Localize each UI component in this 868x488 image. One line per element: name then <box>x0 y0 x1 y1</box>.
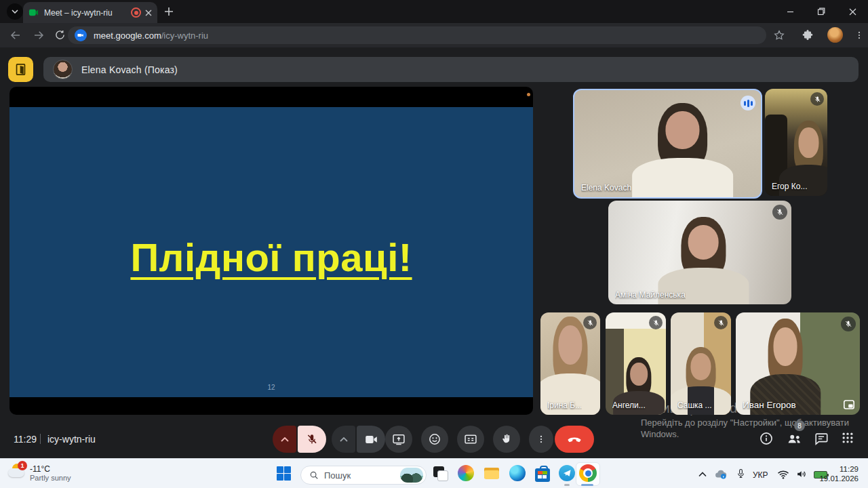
participants-icon[interactable] <box>786 431 802 446</box>
mic-off-icon <box>649 316 663 329</box>
participant-name: Аміна Майленська <box>615 290 686 300</box>
tab-title: Meet – icy-wytn-riu <box>44 8 127 18</box>
tray-date: 19.01.2026 <box>819 474 859 483</box>
volume-icon[interactable] <box>796 469 808 479</box>
door-icon <box>15 63 26 76</box>
video-tile-irina[interactable]: Ірина Б... <box>540 312 600 415</box>
chat-icon[interactable] <box>814 431 829 446</box>
tray-mic-icon[interactable] <box>736 468 745 479</box>
back-icon[interactable] <box>9 29 22 41</box>
tray-clock[interactable]: 11:29 19.01.2026 <box>819 464 859 483</box>
weather-temp: -11°C <box>30 464 50 474</box>
forward-icon[interactable] <box>33 29 45 41</box>
speaking-indicator-icon <box>741 96 755 110</box>
search-highlight-thumbnail <box>400 468 423 483</box>
end-call-button[interactable] <box>555 426 594 453</box>
telegram-button[interactable] <box>557 464 576 483</box>
shared-screen-panel[interactable]: Плідної праці! 12 <box>9 87 533 415</box>
mic-options-chevron[interactable] <box>273 426 296 453</box>
record-dot-icon <box>527 93 530 96</box>
taskbar-weather-widget[interactable]: 1 -11°C Partly sunny <box>7 461 142 487</box>
mic-off-icon <box>714 316 728 329</box>
meeting-code: icy-wytn-riu <box>47 434 96 445</box>
windows-activation-hint: Перейдіть до розділу "Настройки", щоб ак… <box>641 418 849 428</box>
address-bar[interactable]: meet.google.com/icy-wytn-riu <box>68 26 766 44</box>
slide: Плідної праці! 12 <box>9 107 533 397</box>
end-call-icon <box>566 431 583 447</box>
url-path: /icy-wytn-riu <box>161 30 208 41</box>
edge-button[interactable] <box>508 464 527 483</box>
reload-icon[interactable] <box>54 29 66 41</box>
more-options-button[interactable] <box>529 426 553 453</box>
browser-profile-avatar[interactable] <box>827 27 843 43</box>
mic-off-icon <box>772 205 787 220</box>
footer-divider <box>40 434 41 444</box>
taskbar-search[interactable]: Пошук <box>300 466 427 485</box>
task-view-button[interactable] <box>431 464 450 483</box>
onedrive-cloud-icon[interactable] <box>714 469 728 479</box>
tab-close-icon[interactable] <box>145 9 152 16</box>
mic-mute-button[interactable] <box>298 426 326 453</box>
start-button[interactable] <box>277 466 291 481</box>
wifi-icon[interactable] <box>777 470 789 479</box>
window-restore-button[interactable] <box>806 0 837 23</box>
browser-menu-icon[interactable] <box>854 29 864 41</box>
url-host: meet.google.com <box>94 30 161 41</box>
camera-icon <box>365 434 378 445</box>
participant-name: Иван Егоров <box>743 400 796 410</box>
windows-activation-hint2: Windows. <box>641 429 679 439</box>
browser-tab-strip: Meet – icy-wytn-riu <box>0 0 868 23</box>
video-tile-amina[interactable]: Аміна Майленська <box>608 201 791 304</box>
activities-grid-icon[interactable] <box>841 431 854 445</box>
microsoft-store-button[interactable] <box>533 466 552 485</box>
camera-options-chevron[interactable] <box>332 426 355 453</box>
notification-badge: 1 <box>18 461 27 470</box>
search-icon <box>309 470 319 480</box>
copilot-icon <box>458 465 474 481</box>
new-tab-button[interactable] <box>163 5 175 18</box>
mic-off-icon <box>583 316 597 329</box>
video-tile-sashka[interactable]: Сашка ... <box>671 312 731 415</box>
more-vertical-icon <box>536 434 546 445</box>
window-close-button[interactable] <box>837 0 868 23</box>
captions-icon <box>464 432 477 446</box>
present-screen-button[interactable] <box>385 426 412 453</box>
meeting-clock: 11:29 <box>14 434 37 445</box>
mic-off-icon <box>841 317 856 331</box>
video-tile-elena[interactable]: Elena Kovach <box>573 89 762 199</box>
reactions-button[interactable] <box>421 426 448 453</box>
door-extension-button[interactable] <box>8 57 33 82</box>
slide-page-number: 12 <box>9 384 533 391</box>
chrome-button[interactable] <box>578 464 597 483</box>
browser-tab[interactable]: Meet – icy-wytn-riu <box>23 2 157 23</box>
telegram-icon <box>559 465 575 481</box>
presenter-avatar <box>53 60 73 79</box>
chrome-active-indicator <box>581 484 593 486</box>
captions-button[interactable] <box>457 426 484 453</box>
window-minimize-button[interactable] <box>774 0 806 23</box>
raise-hand-button[interactable] <box>493 426 520 453</box>
picture-in-picture-icon[interactable] <box>844 400 854 409</box>
file-explorer-button[interactable] <box>482 464 501 483</box>
video-tile-angelina[interactable]: Ангели... <box>606 312 666 415</box>
tab-search-button[interactable] <box>7 3 23 20</box>
participant-video <box>639 103 726 197</box>
copilot-button[interactable] <box>456 464 475 483</box>
language-indicator[interactable]: УКР <box>753 470 768 480</box>
video-tile-ivan[interactable]: Иван Егоров <box>736 312 860 415</box>
screen: Meet – icy-wytn-riu meet.google.com/icy-… <box>0 0 868 488</box>
meeting-info-icon[interactable] <box>759 431 774 446</box>
tray-chevron-icon[interactable] <box>698 472 707 477</box>
camera-button[interactable] <box>357 426 385 453</box>
chrome-icon <box>579 464 597 482</box>
search-placeholder: Пошук <box>324 470 400 481</box>
recording-indicator-icon <box>131 7 141 18</box>
video-tile-egor[interactable]: Егор Ко... <box>765 89 827 196</box>
present-icon <box>392 432 406 446</box>
telegram-running-indicator <box>564 484 570 486</box>
hand-icon <box>500 433 513 445</box>
meet-favicon <box>28 7 39 18</box>
slide-title: Плідної праці! <box>9 235 533 280</box>
extensions-puzzle-icon[interactable] <box>802 29 814 41</box>
bookmark-star-icon[interactable] <box>773 29 785 41</box>
